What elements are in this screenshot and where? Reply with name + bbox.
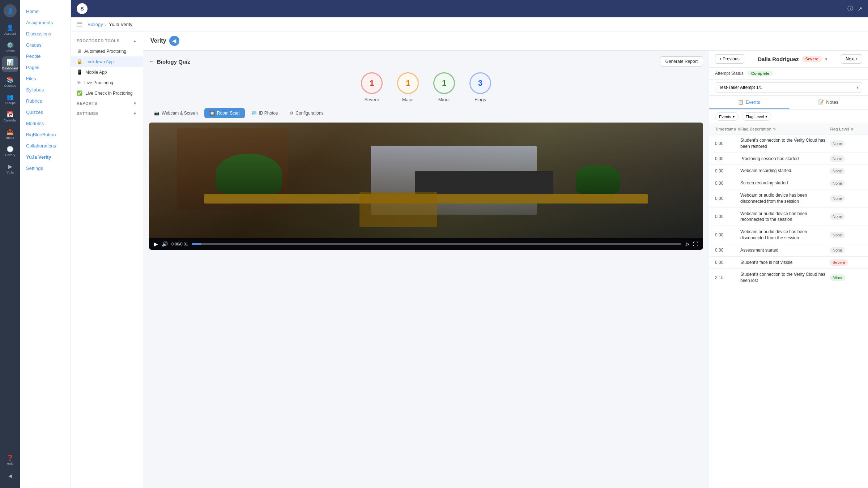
- table-row: 0:00 Webcam or audio device has been dis…: [709, 189, 868, 208]
- table-row: 2:15 Student's connection to the Verity …: [709, 269, 868, 287]
- tool-mobile-app[interactable]: 📱 Mobile App: [71, 67, 143, 77]
- timestamp-header[interactable]: Timestamp ⇅: [715, 127, 740, 131]
- previous-button[interactable]: ‹ Previous: [715, 54, 744, 64]
- attempt-select-row: Test-Taker Attempt 1/1 ▾: [709, 80, 868, 96]
- student-header: ‹ Previous Dalia Rodriguez Severe ▾ Next…: [709, 51, 868, 68]
- nav-help[interactable]: ❓ Help: [2, 452, 18, 468]
- nav-history[interactable]: 🕒 History: [2, 143, 18, 159]
- stat-major: 1 Major: [397, 72, 419, 102]
- tool-live-check-in[interactable]: ✅ Live Check In Proctoring: [71, 88, 143, 98]
- nav-groups[interactable]: 👥 Groups: [2, 91, 18, 107]
- student-dropdown-arrow[interactable]: ▾: [825, 56, 827, 62]
- progress-bar[interactable]: [192, 243, 681, 245]
- event-timestamp: 0:00: [715, 156, 740, 161]
- tab-webcam-screen[interactable]: 📷 Webcam & Screen: [149, 108, 203, 118]
- events-table: Timestamp ⇅ Flag Description ⇅ Flag Leve…: [709, 124, 868, 488]
- chevron-down-reports-icon: ▼: [133, 101, 137, 106]
- event-timestamp: 0:00: [715, 248, 740, 253]
- nav-account[interactable]: 👤 Account: [2, 22, 18, 38]
- nav-calendar-label: Calendar: [4, 119, 17, 122]
- content-area: PROCTORED TOOLS ▲ 🖥 Automated Proctoring…: [71, 31, 868, 488]
- sidebar-item-yuja-verity[interactable]: YuJa Verity: [20, 151, 71, 163]
- sidebar-item-discussions[interactable]: Discussions: [20, 28, 71, 39]
- sort-desc-icon: ⇅: [773, 127, 776, 131]
- student-name-area: Dalia Rodriguez Severe ▾: [758, 56, 827, 62]
- time-display: 0:00/0:01: [171, 242, 188, 246]
- nav-admin[interactable]: ⚙️ Admin: [2, 39, 18, 55]
- yuja-icon: ▶: [8, 163, 12, 170]
- external-link-icon[interactable]: ↗: [858, 5, 862, 12]
- sidebar-item-people[interactable]: People: [20, 51, 71, 62]
- tab-events[interactable]: 📋 Events: [709, 96, 789, 109]
- flag-level-filter-button[interactable]: Flag Level ▾: [742, 112, 772, 121]
- stats-row: 1 Severe 1 Major 1: [149, 72, 703, 102]
- nav-dashboard[interactable]: 📊 Dashboard: [2, 56, 18, 72]
- nav-groups-label: Groups: [5, 101, 16, 105]
- nav-courses[interactable]: 📚 Courses: [2, 74, 18, 90]
- sidebar-item-rubrics[interactable]: Rubrics: [20, 95, 71, 107]
- tool-live-proctoring[interactable]: 👁 Live Proctoring: [71, 77, 143, 88]
- event-timestamp: 2:15: [715, 275, 740, 280]
- sidebar-item-quizzes[interactable]: Quizzes: [20, 107, 71, 118]
- sidebar-item-files[interactable]: Files: [20, 73, 71, 84]
- nav-dashboard-label: Dashboard: [2, 67, 18, 70]
- table-row: 0:00 Proctoring session has started None: [709, 153, 868, 165]
- eye-icon: 👁: [77, 80, 81, 85]
- sidebar-item-pages[interactable]: Pages: [20, 62, 71, 73]
- sidebar-item-grades[interactable]: Grades: [20, 39, 71, 51]
- tools-panel: PROCTORED TOOLS ▲ 🖥 Automated Proctoring…: [71, 31, 143, 488]
- quiz-title-text: Biology Quiz: [157, 59, 190, 65]
- breadcrumb-course[interactable]: Biology: [88, 22, 103, 27]
- tab-notes[interactable]: 📝 Notes: [789, 96, 868, 109]
- help-circle-icon[interactable]: ⓘ: [847, 5, 853, 13]
- events-icon: 📋: [738, 99, 744, 105]
- fullscreen-button[interactable]: ⛶: [693, 241, 698, 247]
- quiz-back-arrow[interactable]: ←: [149, 59, 154, 64]
- description-header[interactable]: Flag Description ⇅: [740, 127, 830, 131]
- events-table-header: Timestamp ⇅ Flag Description ⇅ Flag Leve…: [709, 124, 868, 134]
- calendar-icon: 📅: [7, 111, 14, 118]
- tab-id-photos[interactable]: 🪪 ID Photos: [246, 108, 283, 118]
- collapse-sidebar-button[interactable]: ◀: [2, 468, 18, 484]
- play-button[interactable]: ▶: [154, 241, 158, 247]
- generate-report-button[interactable]: Generate Report: [660, 56, 703, 67]
- nav-yuja[interactable]: ▶ YuJa: [2, 160, 18, 176]
- sidebar-item-collaborations[interactable]: Collaborations: [20, 140, 71, 151]
- level-header[interactable]: Flag Level ⇅: [830, 127, 862, 131]
- tab-configurations[interactable]: ⚙ Configurations: [284, 108, 328, 118]
- sidebar-item-syllabus[interactable]: Syllabus: [20, 84, 71, 95]
- notes-icon: 📝: [818, 99, 824, 105]
- desk-scene: [149, 123, 703, 238]
- verity-back-button[interactable]: ◀: [169, 36, 179, 46]
- sort-level-icon: ⇅: [851, 127, 854, 131]
- tool-automated-proctoring[interactable]: 🖥 Automated Proctoring: [71, 46, 143, 56]
- tool-lockdown-app[interactable]: 🔒 Lockdown App: [71, 56, 143, 67]
- menu-icon[interactable]: ☰: [77, 20, 82, 28]
- config-icon: ⚙: [289, 111, 293, 116]
- speed-button[interactable]: 1x: [685, 242, 689, 246]
- event-level-badge: None: [830, 196, 862, 201]
- sidebar-item-home[interactable]: Home: [20, 6, 71, 17]
- sidebar-item-assignments[interactable]: Assignments: [20, 17, 71, 28]
- events-notes-tabs: 📋 Events 📝 Notes: [709, 96, 868, 110]
- sidebar-item-modules[interactable]: Modules: [20, 118, 71, 129]
- event-timestamp: 0:00: [715, 141, 740, 146]
- next-button[interactable]: Next ›: [841, 54, 862, 64]
- status-label: Attempt Status:: [715, 71, 745, 76]
- proctored-tools-header[interactable]: PROCTORED TOOLS ▲: [71, 36, 143, 46]
- mute-button[interactable]: 🔊: [162, 241, 168, 247]
- event-level-badge: None: [830, 248, 862, 253]
- attempt-select[interactable]: Test-Taker Attempt 1/1: [715, 82, 862, 93]
- sidebar-item-settings[interactable]: Settings: [20, 163, 71, 174]
- events-filter-button[interactable]: Events ▾: [715, 112, 739, 121]
- nav-help-label: Help: [7, 462, 14, 466]
- inbox-icon: 📥: [7, 128, 14, 135]
- stat-flags: 3 Flags: [469, 72, 491, 102]
- nav-inbox[interactable]: 📥 Inbox: [2, 126, 18, 142]
- tab-room-scan[interactable]: 🔲 Room Scan: [204, 108, 245, 118]
- settings-header[interactable]: SETTINGS ▼: [71, 108, 143, 119]
- filter-level-chevron-icon: ▾: [765, 114, 767, 119]
- nav-calendar[interactable]: 📅 Calendar: [2, 108, 18, 124]
- reports-header[interactable]: REPORTS ▼: [71, 98, 143, 108]
- sidebar-item-bigbluebutton[interactable]: BigBlueButton: [20, 129, 71, 140]
